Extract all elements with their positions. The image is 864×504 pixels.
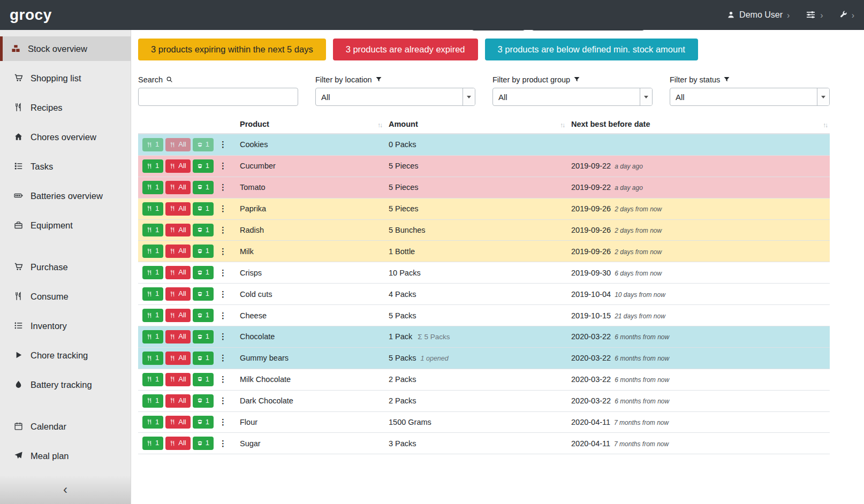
column-header-next-best-before-date[interactable]: Next best before date ↑↓: [567, 118, 830, 134]
sidebar-item-recipes[interactable]: Recipes: [0, 95, 131, 120]
status-select[interactable]: All: [670, 88, 830, 106]
table-row: 1All1⋮Radish5 Bunches2019-09-262 days fr…: [138, 219, 830, 241]
row-menu-button[interactable]: ⋮: [216, 310, 230, 322]
consume-all-button[interactable]: All: [165, 437, 190, 450]
open-one-button[interactable]: 1: [193, 266, 214, 279]
row-menu-button[interactable]: ⋮: [216, 416, 230, 428]
consume-all-button[interactable]: All: [165, 416, 190, 429]
sidebar-item-meal-plan[interactable]: Meal plan: [0, 444, 131, 468]
consume-one-button[interactable]: 1: [142, 394, 163, 408]
consume-all-button[interactable]: All: [165, 224, 190, 237]
app-logo[interactable]: grocy: [10, 6, 52, 24]
best-before-date: 2019-09-26: [571, 226, 611, 234]
row-menu-button[interactable]: ⋮: [216, 267, 230, 279]
consume-one-button[interactable]: 1: [142, 309, 163, 322]
location-select[interactable]: All: [315, 88, 475, 106]
row-menu-button[interactable]: ⋮: [216, 160, 230, 172]
sort-icon[interactable]: ↑↓: [377, 121, 382, 129]
consume-one-button[interactable]: 1: [142, 245, 163, 258]
open-one-button[interactable]: 1: [193, 437, 214, 450]
consume-one-button[interactable]: 1: [142, 287, 163, 301]
open-one-button[interactable]: 1: [193, 202, 214, 216]
sidebar-item-purchase[interactable]: Purchase: [0, 255, 131, 279]
sidebar-item-shopping-list[interactable]: Shopping list: [0, 66, 131, 90]
open-one-button[interactable]: 1: [193, 159, 214, 173]
consume-one-button[interactable]: 1: [142, 416, 163, 429]
row-menu-button[interactable]: ⋮: [216, 224, 230, 236]
consume-one-button[interactable]: 1: [142, 224, 163, 237]
consume-all-button[interactable]: All: [165, 138, 190, 151]
consume-all-button[interactable]: All: [165, 266, 190, 279]
consume-all-button[interactable]: All: [165, 309, 190, 322]
admin-menu[interactable]: ›: [839, 11, 854, 20]
sidebar-item-calendar[interactable]: Calendar: [0, 414, 131, 439]
open-one-button[interactable]: 1: [193, 287, 214, 301]
open-one-button[interactable]: 1: [193, 181, 214, 194]
consume-all-button[interactable]: All: [165, 352, 190, 365]
row-menu-button[interactable]: ⋮: [216, 288, 230, 300]
row-menu-button[interactable]: ⋮: [216, 203, 230, 215]
sidebar-item-batteries-overview[interactable]: Batteries overview: [0, 184, 131, 208]
row-menu-button[interactable]: ⋮: [216, 139, 230, 150]
consume-all-button[interactable]: All: [165, 394, 190, 408]
consume-one-button[interactable]: 1: [142, 330, 163, 343]
sort-icon[interactable]: ↑↓: [560, 121, 564, 129]
consume-one-button[interactable]: 1: [142, 437, 163, 450]
best-before-timeago: 6 days from now: [615, 270, 662, 277]
consume-all-button[interactable]: All: [165, 287, 190, 301]
consume-one-button[interactable]: 1: [142, 373, 163, 386]
open-one-button[interactable]: 1: [193, 416, 214, 429]
consume-one-button[interactable]: 1: [142, 266, 163, 279]
amount-value: 2 Packs: [389, 396, 416, 405]
open-one-button[interactable]: 1: [193, 138, 214, 151]
box-open-icon: [197, 398, 203, 404]
open-one-button[interactable]: 1: [193, 373, 214, 386]
view-settings-menu[interactable]: ›: [806, 10, 823, 20]
open-one-button[interactable]: 1: [193, 330, 214, 343]
consume-one-button[interactable]: 1: [142, 202, 163, 216]
open-one-button[interactable]: 1: [193, 394, 214, 408]
sidebar-item-equipment[interactable]: Equipment: [0, 213, 131, 238]
row-menu-button[interactable]: ⋮: [216, 181, 230, 193]
open-one-button[interactable]: 1: [193, 309, 214, 322]
user-menu[interactable]: Demo User ›: [727, 10, 790, 20]
consume-one-button[interactable]: 1: [142, 159, 163, 173]
column-header-amount[interactable]: Amount ↑↓: [384, 118, 567, 134]
row-menu-button[interactable]: ⋮: [216, 331, 230, 342]
sidebar-item-inventory[interactable]: Inventory: [0, 314, 131, 338]
sidebar-item-chores-overview[interactable]: Chores overview: [0, 125, 131, 149]
product-name: Cucumber: [236, 155, 384, 177]
row-menu-button[interactable]: ⋮: [216, 373, 230, 385]
sidebar-item-tasks[interactable]: Tasks: [0, 154, 131, 179]
row-menu-button[interactable]: ⋮: [216, 246, 230, 257]
consume-all-button[interactable]: All: [165, 245, 190, 258]
product-group-select[interactable]: All: [492, 88, 653, 106]
column-header-product[interactable]: Product ↑↓: [236, 118, 384, 134]
consume-one-button[interactable]: 1: [142, 181, 163, 194]
sort-icon[interactable]: ↑↓: [823, 121, 827, 129]
sidebar-item-chore-tracking[interactable]: Chore tracking: [0, 343, 131, 368]
open-one-button[interactable]: 1: [193, 224, 214, 237]
row-menu-button[interactable]: ⋮: [216, 352, 230, 364]
consume-one-button[interactable]: 1: [142, 352, 163, 365]
row-menu-button[interactable]: ⋮: [216, 438, 230, 449]
open-one-button[interactable]: 1: [193, 245, 214, 258]
sidebar-collapse-button[interactable]: ‹: [0, 475, 131, 504]
consume-one-button[interactable]: 1: [142, 138, 163, 151]
expired-products-alert[interactable]: 3 products are already expired: [333, 39, 478, 60]
row-menu-button[interactable]: ⋮: [216, 395, 230, 407]
search-input[interactable]: [138, 88, 298, 106]
consume-all-button[interactable]: All: [165, 159, 190, 173]
consume-all-button[interactable]: All: [165, 181, 190, 194]
consume-all-button[interactable]: All: [165, 330, 190, 343]
product-name: Crisps: [236, 262, 384, 284]
consume-all-button[interactable]: All: [165, 202, 190, 216]
consume-all-button[interactable]: All: [165, 373, 190, 386]
table-row: 1All1⋮Gummy bears5 Packs1 opened2020-03-…: [138, 347, 830, 369]
sidebar-item-battery-tracking[interactable]: Battery tracking: [0, 372, 131, 397]
below-min-stock-alert[interactable]: 3 products are below defined min. stock …: [485, 39, 698, 60]
open-one-button[interactable]: 1: [193, 352, 214, 365]
sidebar-item-stock-overview[interactable]: Stock overview: [0, 36, 131, 61]
expiring-products-alert[interactable]: 3 products expiring within the next 5 da…: [138, 39, 326, 60]
sidebar-item-consume[interactable]: Consume: [0, 284, 131, 309]
